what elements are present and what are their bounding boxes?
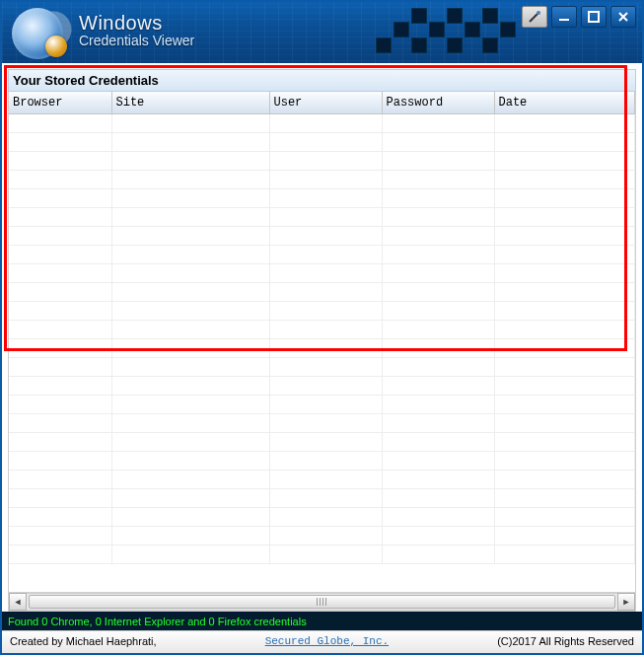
close-icon [617, 11, 629, 23]
table-row[interactable] [9, 189, 635, 208]
column-header-browser[interactable]: Browser [9, 92, 111, 114]
footer: Created by Michael Haephrati, Secured Gl… [2, 630, 642, 653]
table-row[interactable] [9, 546, 635, 564]
app-logo-icon [12, 8, 63, 59]
app-title-line2: Credentials Viewer [79, 33, 194, 48]
window-controls [522, 6, 636, 28]
table-row[interactable] [9, 414, 635, 433]
table-row[interactable] [9, 227, 635, 246]
table-row[interactable] [9, 358, 635, 377]
table-row[interactable] [9, 377, 635, 396]
column-header-site[interactable]: Site [111, 92, 269, 114]
section-heading: Your Stored Credentials [8, 69, 636, 92]
credentials-table-container: Browser Site User Password Date [8, 92, 636, 593]
app-window: Windows Credentials Viewer [0, 0, 644, 655]
table-row[interactable] [9, 321, 635, 339]
column-header-password[interactable]: Password [382, 92, 494, 114]
app-title: Windows Credentials Viewer [79, 12, 194, 48]
horizontal-scrollbar[interactable]: ◄ ► [8, 593, 636, 612]
scroll-thumb[interactable] [29, 595, 615, 609]
table-header-row: Browser Site User Password Date [9, 92, 635, 114]
column-header-date[interactable]: Date [494, 92, 635, 114]
table-row[interactable] [9, 114, 635, 133]
status-bar: Found 0 Chrome, 0 Internet Explorer and … [2, 612, 642, 630]
footer-created-by: Created by Michael Haephrati, [10, 635, 157, 647]
close-button[interactable] [610, 6, 636, 28]
svg-rect-2 [589, 12, 599, 22]
footer-copyright: (C)2017 All Rights Reserved [497, 635, 634, 647]
table-row[interactable] [9, 396, 635, 414]
table-row[interactable] [9, 433, 635, 452]
table-row[interactable] [9, 452, 635, 471]
scroll-right-button[interactable]: ► [617, 593, 635, 611]
table-row[interactable] [9, 302, 635, 321]
table-row[interactable] [9, 208, 635, 227]
titlebar-decor-squares [376, 8, 534, 59]
table-row[interactable] [9, 133, 635, 152]
title-bar: Windows Credentials Viewer [2, 2, 642, 63]
column-header-user[interactable]: User [269, 92, 382, 114]
scroll-left-button[interactable]: ◄ [9, 593, 27, 611]
table-row[interactable] [9, 171, 635, 189]
svg-rect-1 [559, 19, 569, 21]
credentials-table: Browser Site User Password Date [9, 92, 635, 564]
table-row[interactable] [9, 339, 635, 358]
table-body [9, 114, 635, 564]
table-row[interactable] [9, 489, 635, 508]
table-row[interactable] [9, 508, 635, 527]
table-row[interactable] [9, 527, 635, 546]
table-row[interactable] [9, 264, 635, 283]
footer-link[interactable]: Secured Globe, Inc. [265, 635, 389, 647]
tools-icon [528, 10, 541, 24]
svg-point-0 [537, 11, 540, 15]
maximize-icon [588, 11, 600, 23]
app-title-line1: Windows [79, 12, 194, 35]
table-row[interactable] [9, 152, 635, 171]
table-row[interactable] [9, 283, 635, 302]
minimize-button[interactable] [551, 6, 577, 28]
minimize-icon [558, 11, 570, 23]
status-text: Found 0 Chrome, 0 Internet Explorer and … [8, 616, 307, 627]
content-area: Your Stored Credentials Browser Site Use… [2, 63, 642, 612]
maximize-button[interactable] [581, 6, 607, 28]
table-row[interactable] [9, 246, 635, 264]
scroll-track[interactable] [27, 593, 617, 611]
table-row[interactable] [9, 471, 635, 489]
settings-button[interactable] [522, 6, 547, 28]
